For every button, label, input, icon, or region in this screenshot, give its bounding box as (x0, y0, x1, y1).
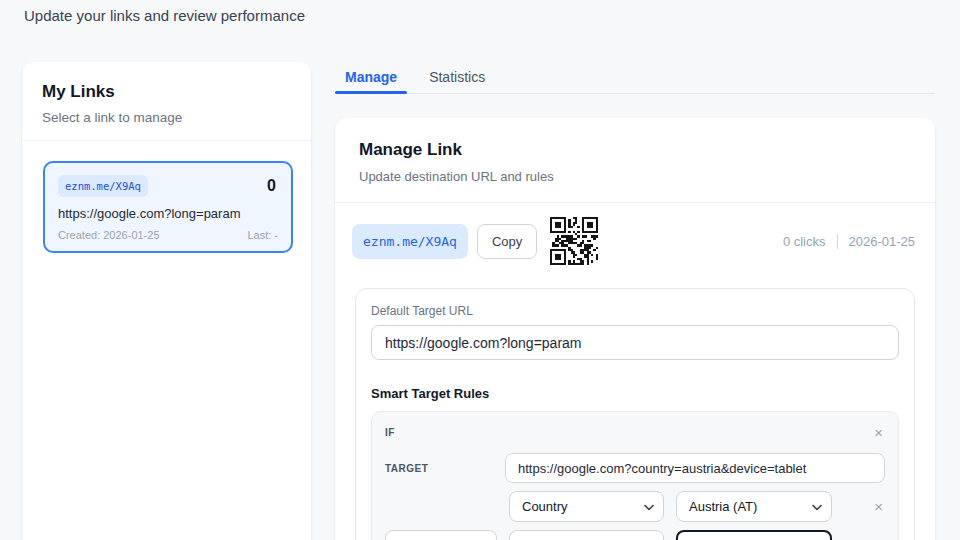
rule-target-url-input[interactable] (505, 453, 885, 483)
link-list-item-selected[interactable]: eznm.me/X9Aq 0 https://google.com?long=p… (43, 161, 293, 253)
last-used: Last: - (247, 229, 278, 241)
click-count: 0 (267, 177, 278, 195)
condition-row: Country Austria (AT) (385, 491, 885, 522)
clicks-count-label: 0 clicks (783, 234, 826, 249)
tab-bar: Manage Statistics (335, 60, 935, 94)
condition-key-select[interactable]: Device Type (510, 531, 663, 540)
my-links-subtitle: Select a link to manage (42, 110, 291, 125)
short-url-pill: eznm.me/X9Aq (352, 224, 468, 259)
stats-divider (837, 234, 838, 249)
short-url-badge: eznm.me/X9Aq (58, 175, 148, 197)
tab-statistics[interactable]: Statistics (419, 60, 495, 93)
rule-if-label: IF (385, 427, 395, 438)
my-links-panel: My Links Select a link to manage eznm.me… (22, 62, 311, 540)
manage-link-header: Manage Link Update destination URL and r… (335, 118, 935, 203)
condition-value-select[interactable]: Tablet (678, 532, 830, 540)
destination-url: https://google.com?long=param (58, 206, 278, 221)
default-target-url-input[interactable] (371, 325, 899, 360)
smart-target-rules-label: Smart Target Rules (371, 386, 899, 401)
page-title: Update your links and review performance (24, 7, 305, 24)
rule-card: IF × TARGET Country (371, 411, 899, 540)
manage-link-card: Manage Link Update destination URL and r… (335, 118, 935, 540)
main-content: Manage Statistics Manage Link Update des… (335, 60, 935, 540)
rule-close-icon[interactable]: × (872, 425, 885, 440)
condition-key-select[interactable]: Country (510, 492, 663, 521)
rule-target-label: TARGET (385, 463, 505, 474)
short-link-row: eznm.me/X9Aq Copy 0 clicks 2026-01-25 (352, 217, 915, 265)
tab-manage[interactable]: Manage (335, 60, 407, 93)
created-date: Created: 2026-01-25 (58, 229, 160, 241)
manage-link-subtitle: Update destination URL and rules (359, 169, 911, 184)
rule-target-row: TARGET (385, 453, 885, 483)
manage-link-title: Manage Link (359, 140, 911, 160)
default-target-url-label: Default Target URL (371, 304, 899, 318)
condition-value-select[interactable]: Austria (AT) (677, 492, 831, 521)
copy-button[interactable]: Copy (477, 224, 537, 259)
logic-placeholder (385, 491, 497, 522)
created-date-label: 2026-01-25 (849, 234, 916, 249)
condition-close-icon[interactable]: × (872, 499, 885, 514)
link-form-panel: Default Target URL Smart Target Rules IF… (355, 288, 915, 540)
link-list: eznm.me/X9Aq 0 https://google.com?long=p… (22, 141, 311, 253)
condition-row: AND Device Type (385, 530, 885, 540)
my-links-header: My Links Select a link to manage (22, 62, 311, 141)
qr-code-icon (550, 217, 598, 265)
condition-logic-select[interactable]: AND (386, 531, 496, 540)
my-links-title: My Links (42, 82, 291, 102)
